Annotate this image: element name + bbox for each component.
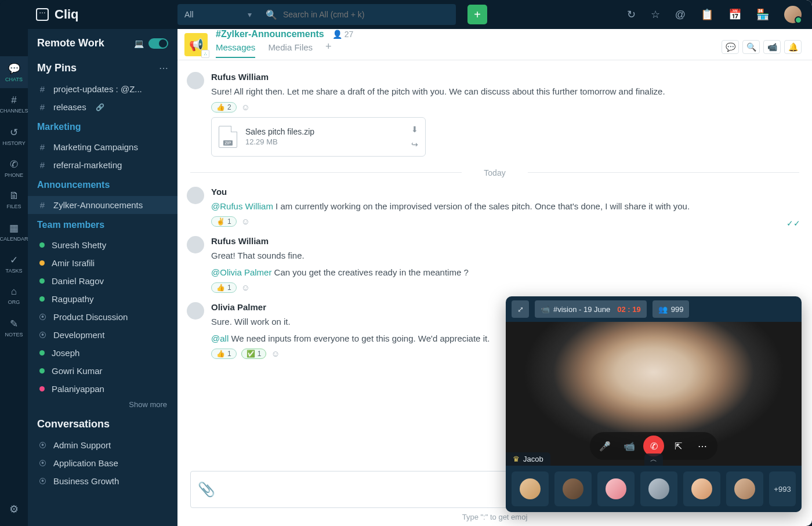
rail-files[interactable]: 🗎FILES: [0, 184, 28, 216]
rail-channels[interactable]: #CHANNELS: [0, 88, 28, 120]
reaction[interactable]: ✌️1: [211, 216, 237, 227]
member-item[interactable]: Palaniyappan: [28, 380, 177, 398]
forward-icon[interactable]: ↪: [411, 140, 418, 149]
calendar-icon[interactable]: 📅: [724, 8, 746, 21]
channel-badge-icon: ⛬: [201, 50, 209, 58]
member-item[interactable]: Amir Israfili: [28, 254, 177, 272]
star-icon[interactable]: ☆: [646, 8, 665, 21]
rail-history[interactable]: ↺HISTORY: [0, 120, 28, 152]
mute-icon[interactable]: 🎤: [594, 436, 615, 456]
search-input[interactable]: [283, 10, 449, 19]
download-icon[interactable]: ⬇: [411, 125, 418, 134]
bell-icon[interactable]: 🔔: [784, 40, 802, 54]
avatar[interactable]: [187, 72, 204, 89]
topbar: All▾ 🔍 + ↻ ☆ @ 📋 📅 🏪: [177, 0, 812, 29]
collapse-strip-icon[interactable]: ︿: [644, 454, 663, 466]
add-button[interactable]: +: [467, 5, 487, 24]
participant-tile[interactable]: [597, 471, 635, 506]
member-item[interactable]: Gowri Kumar: [28, 362, 177, 380]
rail-tasks[interactable]: ✓TASKS: [0, 248, 28, 280]
profile-avatar[interactable]: [784, 6, 802, 23]
refresh-icon[interactable]: ↻: [622, 8, 640, 21]
mention[interactable]: @all: [211, 333, 229, 343]
avatar[interactable]: [187, 187, 204, 204]
member-item[interactable]: ⦿Development: [28, 326, 177, 344]
reaction[interactable]: ✅1: [241, 349, 267, 359]
participant-strip: +993: [506, 466, 802, 512]
notes-icon: ✎: [10, 318, 18, 330]
store-icon[interactable]: 🏪: [752, 8, 774, 21]
participants-button[interactable]: 👥999: [652, 300, 690, 318]
clipboard-icon[interactable]: 📋: [696, 8, 718, 21]
member-item[interactable]: Suresh Shetty: [28, 236, 177, 254]
attachment[interactable]: ZIP Sales pitch files.zip 12.29 MB ⬇↪: [211, 117, 426, 157]
call-title[interactable]: 📹#vision - 19 June02 : 19: [535, 300, 647, 318]
rail-org[interactable]: ⌂ORG: [0, 280, 28, 311]
mention-icon[interactable]: @: [670, 9, 690, 21]
search: All▾ 🔍: [177, 4, 456, 25]
rail-label: FILES: [6, 204, 21, 209]
section-team[interactable]: Team members: [28, 214, 177, 236]
pin-item[interactable]: #releases🔗: [28, 98, 177, 116]
rail-phone[interactable]: ✆PHONE: [0, 152, 28, 184]
rail-notes[interactable]: ✎NOTES: [0, 311, 28, 343]
camera-toggle-icon[interactable]: 📹: [619, 436, 640, 456]
tab-media[interactable]: Media Files: [268, 42, 313, 58]
member-item[interactable]: ⦿Product Discussion: [28, 308, 177, 326]
member-item[interactable]: Ragupathy: [28, 290, 177, 308]
share-screen-icon[interactable]: ⇱: [668, 436, 688, 456]
section-announcements[interactable]: Announcements: [28, 174, 177, 196]
workspace-row: Remote Work 💻: [28, 29, 177, 56]
more-icon[interactable]: ⋯: [159, 63, 168, 74]
mention[interactable]: @Rufus William: [211, 201, 273, 211]
tab-add[interactable]: +: [325, 41, 332, 60]
member-item[interactable]: Daniel Ragov: [28, 272, 177, 290]
reaction[interactable]: 👍2: [211, 102, 237, 113]
sidebar-item[interactable]: #Marketing Campaigns: [28, 138, 177, 156]
search-scope-select[interactable]: All▾: [177, 4, 259, 25]
reaction[interactable]: 👍1: [211, 349, 237, 359]
mention[interactable]: @Olivia Palmer: [211, 267, 271, 277]
add-reaction-icon[interactable]: ☺: [241, 102, 252, 113]
participant-tile[interactable]: [512, 471, 549, 506]
channel-name[interactable]: #Zylker-Announcements: [216, 29, 324, 39]
rail-chats[interactable]: 💬CHATS: [0, 56, 28, 88]
avatar[interactable]: [187, 236, 204, 253]
expand-icon[interactable]: ⤢: [512, 300, 529, 318]
tasks-icon: ✓: [10, 254, 18, 266]
participant-tile[interactable]: [554, 471, 592, 506]
search-box[interactable]: 🔍: [259, 4, 456, 25]
message-author[interactable]: You: [211, 187, 799, 197]
paperclip-icon[interactable]: 📎: [198, 481, 215, 498]
conversation-item[interactable]: ⦿Application Base: [28, 454, 177, 472]
section-marketing[interactable]: Marketing: [28, 116, 177, 138]
participant-overflow[interactable]: +993: [769, 471, 796, 506]
settings-icon[interactable]: ⚙: [9, 496, 19, 526]
message-author[interactable]: Rufus William: [211, 236, 799, 246]
conversation-item[interactable]: ⦿Admin Support: [28, 436, 177, 454]
sidebar-item-active[interactable]: #Zylker-Announcements: [28, 196, 177, 214]
member-item[interactable]: Joseph: [28, 344, 177, 362]
pin-item[interactable]: #project-updates : @Z...: [28, 80, 177, 98]
remote-toggle[interactable]: [148, 38, 168, 49]
conversation-item[interactable]: ⦿Business Growth: [28, 472, 177, 490]
more-options-icon[interactable]: ⋯: [692, 436, 713, 456]
reaction[interactable]: 👍1: [211, 282, 237, 293]
tab-messages[interactable]: Messages: [216, 42, 255, 58]
rail-calendar[interactable]: ▦CALENDAR: [0, 216, 28, 248]
participant-tile[interactable]: [683, 471, 720, 506]
message-author[interactable]: Rufus William: [211, 72, 799, 82]
search-channel-icon[interactable]: 🔍: [742, 40, 760, 54]
participant-tile[interactable]: [640, 471, 677, 506]
add-reaction-icon[interactable]: ☺: [271, 349, 281, 359]
show-more-link[interactable]: Show more: [28, 398, 177, 412]
thread-icon[interactable]: 💬: [722, 40, 739, 54]
sidebar-item[interactable]: #referral-marketing: [28, 156, 177, 174]
add-reaction-icon[interactable]: ☺: [241, 216, 252, 227]
channel-members[interactable]: 👤27: [332, 30, 354, 39]
video-icon[interactable]: 📹: [763, 40, 781, 54]
avatar[interactable]: [187, 302, 204, 320]
participant-tile[interactable]: [726, 471, 763, 506]
add-reaction-icon[interactable]: ☺: [241, 282, 252, 293]
video-call-overlay[interactable]: ⤢ 📹#vision - 19 June02 : 19 👥999 🎤 📹 ✆ ⇱…: [506, 296, 802, 512]
